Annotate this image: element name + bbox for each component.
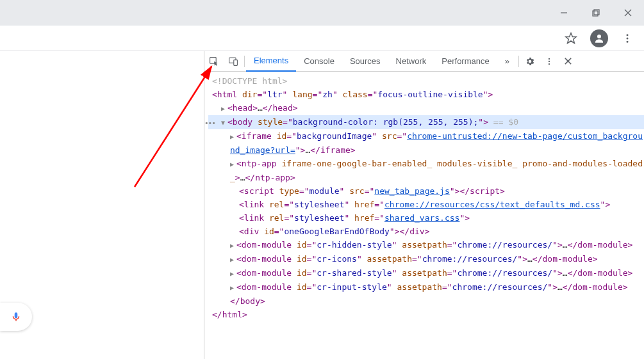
dom-script[interactable]: <script type="module" src="new_tab_page.… [208,184,644,198]
dom-iframe[interactable]: <iframe id="backgroundImage" src="chrome… [208,129,644,157]
devtools-toolbar: Elements Console Sources Network Perform… [204,51,644,72]
browser-toolbar [0,26,644,51]
svg-point-13 [549,58,550,59]
svg-rect-2 [594,10,599,15]
svg-point-9 [627,40,629,42]
tab-console[interactable]: Console [296,51,342,72]
dom-body-close[interactable]: </body> [208,294,644,308]
dom-html-close[interactable]: </html> [208,308,644,321]
bookmark-star-icon[interactable] [563,31,579,46]
browser-menu-icon[interactable] [620,31,635,46]
window-close-button[interactable] [618,3,638,22]
dom-head[interactable]: <head>…</head> [208,101,644,115]
svg-rect-12 [234,60,238,65]
dom-module-4[interactable]: <dom-module id="cr-input-style" assetpat… [208,280,644,294]
inspect-element-icon[interactable] [204,51,224,72]
dom-ntp-app[interactable]: <ntp-app iframe-one-google-bar-enabled_ … [208,157,644,184]
svg-point-6 [597,35,601,38]
dom-div[interactable]: <div id="oneGoogleBarEndOfBody"></div> [208,225,644,238]
dom-tree[interactable]: <!DOCTYPE html> <html dir="ltr" lang="zh… [204,72,644,359]
devtools-panel: Elements Console Sources Network Perform… [204,51,644,359]
window-maximize-button[interactable] [586,3,606,22]
dom-link-2[interactable]: <link rel="stylesheet" href="shared_vars… [208,211,644,225]
svg-rect-1 [593,11,598,16]
svg-point-15 [549,63,550,64]
tab-elements[interactable]: Elements [246,51,296,72]
svg-point-14 [549,60,550,61]
device-toolbar-icon[interactable] [224,51,243,72]
svg-point-7 [627,34,629,36]
window-minimize-button[interactable] [554,3,574,22]
page-content-area [0,51,204,359]
tab-network[interactable]: Network [388,51,434,72]
dom-doctype: <!DOCTYPE html> [212,76,287,86]
svg-marker-5 [566,33,577,43]
devtools-close-icon[interactable] [559,51,578,72]
tab-performance[interactable]: Performance [434,51,497,72]
profile-avatar-icon[interactable] [590,29,608,47]
dom-module-3[interactable]: <dom-module id="cr-shared-style" assetpa… [208,266,644,280]
dom-body-selected[interactable]: •••<body style="background-color: rgb(25… [208,115,644,129]
voice-search-button[interactable] [0,303,32,331]
window-titlebar [0,0,644,26]
settings-gear-icon[interactable] [520,51,540,72]
dom-link-1[interactable]: <link rel="stylesheet" href="chrome://re… [208,198,644,211]
tab-sources[interactable]: Sources [342,51,388,72]
dom-module-2[interactable]: <dom-module id="cr-icons" assetpath="chr… [208,252,644,266]
tab-more[interactable]: » [497,51,517,72]
dom-module-1[interactable]: <dom-module id="cr-hidden-style" assetpa… [208,238,644,252]
devtools-menu-icon[interactable] [540,51,559,72]
dom-html-open[interactable]: <html dir="ltr" lang="zh" class="focus-o… [208,88,644,101]
svg-point-8 [627,37,629,39]
